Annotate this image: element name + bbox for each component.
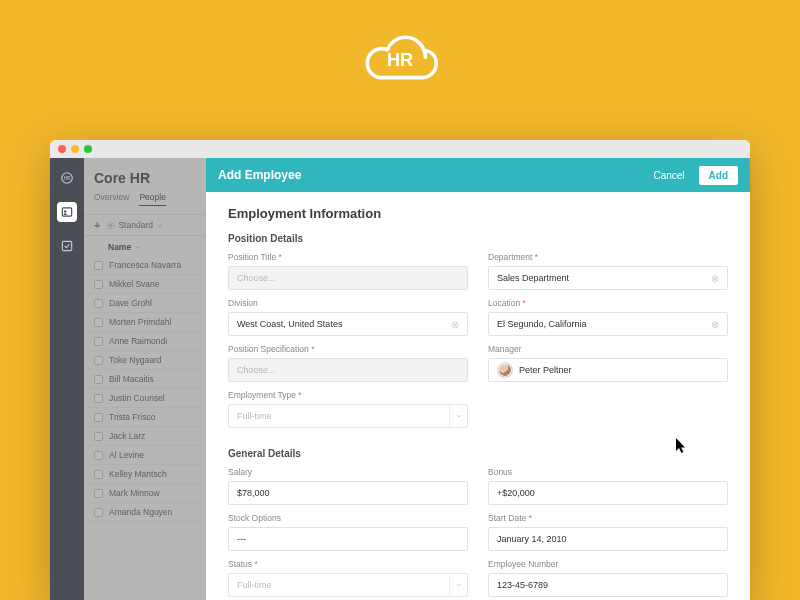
employment-type-select[interactable]: Full-time [228, 404, 468, 428]
form-header-title: Add Employee [218, 168, 301, 182]
app-window: HR Core HR Overview People + Standard [50, 140, 750, 600]
svg-text:HR: HR [64, 176, 71, 181]
label-employment-type: Employment Type * [228, 390, 468, 400]
sidebar: Core HR Overview People + Standard Name … [84, 158, 206, 600]
brand-logo: HR [0, 0, 800, 88]
start-date-input[interactable]: January 14, 2010 [488, 527, 728, 551]
svg-text:HR: HR [387, 50, 413, 70]
label-start-date: Start Date * [488, 513, 728, 523]
label-salary: Salary [228, 467, 468, 477]
label-position-title: Position Title * [228, 252, 468, 262]
svg-point-4 [64, 210, 66, 212]
department-select[interactable]: Sales Department ⊗ [488, 266, 728, 290]
section-employment-info: Employment Information [228, 206, 728, 221]
label-department: Department * [488, 252, 728, 262]
position-title-select[interactable]: Choose... [228, 266, 468, 290]
label-manager: Manager [488, 344, 728, 354]
rail-logo-icon[interactable]: HR [57, 168, 77, 188]
salary-input[interactable]: $78,000 [228, 481, 468, 505]
main-panel: Add Employee Cancel Add Employment Infor… [206, 158, 750, 600]
cancel-button[interactable]: Cancel [647, 166, 690, 185]
window-zoom-dot[interactable] [84, 145, 92, 153]
rail-people-icon[interactable] [57, 202, 77, 222]
chevron-down-icon [455, 412, 463, 420]
status-select[interactable]: Full-time [228, 573, 468, 597]
chevron-down-icon [455, 581, 463, 589]
window-titlebar [50, 140, 750, 158]
location-select[interactable]: El Segundo, California ⊗ [488, 312, 728, 336]
clear-icon[interactable]: ⊗ [451, 319, 459, 330]
sidebar-overlay [84, 158, 206, 600]
clear-icon[interactable]: ⊗ [711, 319, 719, 330]
clear-icon[interactable]: ⊗ [711, 273, 719, 284]
add-button[interactable]: Add [699, 166, 738, 185]
form-header: Add Employee Cancel Add [206, 158, 750, 192]
label-employee-number: Employee Number [488, 559, 728, 569]
window-minimize-dot[interactable] [71, 145, 79, 153]
manager-select[interactable]: Peter Peltner [488, 358, 728, 382]
stock-options-input[interactable]: --- [228, 527, 468, 551]
bonus-input[interactable]: +$20,000 [488, 481, 728, 505]
form-body: Employment Information Position Details … [206, 192, 750, 600]
rail-checkbox-icon[interactable] [57, 236, 77, 256]
nav-rail: HR [50, 158, 84, 600]
employee-number-input[interactable]: 123-45-6789 [488, 573, 728, 597]
label-bonus: Bonus [488, 467, 728, 477]
position-spec-select[interactable]: Choose... [228, 358, 468, 382]
svg-rect-5 [62, 241, 71, 250]
subsection-position-details: Position Details [228, 233, 728, 244]
division-select[interactable]: West Coast, United States ⊗ [228, 312, 468, 336]
label-location: Location * [488, 298, 728, 308]
window-close-dot[interactable] [58, 145, 66, 153]
label-status: Status * [228, 559, 468, 569]
label-position-spec: Position Specification * [228, 344, 468, 354]
label-stock-options: Stock Options [228, 513, 468, 523]
label-division: Division [228, 298, 468, 308]
avatar-icon [497, 362, 513, 378]
subsection-general-details: General Details [228, 448, 728, 459]
